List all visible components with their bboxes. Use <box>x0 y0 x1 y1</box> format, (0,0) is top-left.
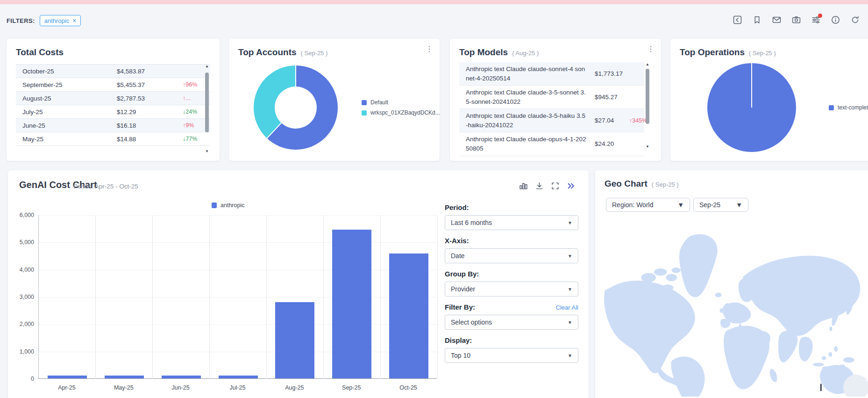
gridline <box>266 215 267 379</box>
chip-close-icon[interactable]: × <box>72 17 76 24</box>
bar-jul-25 <box>219 376 258 378</box>
gridline <box>39 270 437 270</box>
month-select[interactable]: Sep-25 ▼ <box>693 198 748 212</box>
scroll-thumb[interactable] <box>205 72 209 132</box>
card-period: ( Sep-25 ) <box>749 50 776 57</box>
table-row: June-25$16.18↑9% <box>16 119 210 132</box>
legend-swatch <box>829 105 834 110</box>
top-accent-bar <box>0 0 868 4</box>
top-models-scrollbar: ▲ ▼ <box>644 62 651 149</box>
value-cell: $4,583.87 <box>117 68 182 75</box>
header-toolbar <box>733 15 860 24</box>
card-period: ( Aug-25 ) <box>512 50 539 57</box>
gridline <box>39 242 437 243</box>
bar-chart-legend: anthropic <box>212 202 244 209</box>
month-select-value: Sep-25 <box>699 201 720 209</box>
legend-item: text-completion <box>829 104 868 111</box>
geo-chart-card: Geo Chart( Sep-25 ) Region: World ▼ Sep-… <box>595 170 868 398</box>
y-tick-label: 2,000 <box>8 321 34 327</box>
filter-chip-anthropic[interactable]: anthropic × <box>40 15 81 26</box>
refresh-icon[interactable] <box>851 15 860 24</box>
change-badge: ↓24% <box>183 109 197 115</box>
share-icon[interactable] <box>733 15 742 24</box>
table-row: October-25$4,583.87 <box>16 65 210 78</box>
legend-swatch <box>362 100 367 105</box>
value-cell: $945.27 <box>595 94 624 101</box>
period-select-value: Last 6 months <box>451 219 492 226</box>
card-period: ( Sep-25 ) <box>301 50 328 57</box>
chevron-down-icon: ▼ <box>568 220 572 225</box>
bar-chart-plot <box>38 215 437 379</box>
world-map[interactable] <box>603 223 868 397</box>
gridline <box>39 352 437 352</box>
total-costs-table: October-25$4,583.87September-25$5,455.37… <box>16 64 210 146</box>
bar-jun-25 <box>162 376 201 378</box>
clear-all-link[interactable]: Clear All <box>556 304 578 311</box>
gridline <box>39 215 437 216</box>
month-cell: September-25 <box>22 81 117 88</box>
group-by-select[interactable]: Provider ▼ <box>445 282 578 297</box>
notification-badge <box>818 14 822 18</box>
collapse-panel-icon[interactable] <box>567 181 576 190</box>
download-icon[interactable] <box>535 181 544 190</box>
model-name-cell: Anthropic text Claude claude-opus-4-1-20… <box>466 135 586 153</box>
camera-icon[interactable] <box>792 15 801 24</box>
gridline <box>380 215 381 379</box>
value-cell: $16.18 <box>117 122 182 129</box>
chart-controls-panel: Period: Last 6 months ▼ X-Axis: Date ▼ G… <box>445 203 578 369</box>
filter-by-select-value: Select options <box>451 318 492 326</box>
card-title: Total Costs <box>16 47 64 58</box>
total-costs-card: Total Costs October-25$4,583.87September… <box>7 39 220 161</box>
display-select[interactable]: Top 10 ▼ <box>445 348 578 363</box>
month-cell: June-25 <box>22 122 117 129</box>
gridline <box>39 324 437 325</box>
mail-icon[interactable] <box>772 15 781 24</box>
top-models-card: Top Models( Aug-25 ) ⋮ Anthropic text Cl… <box>450 39 661 161</box>
filter-chip-label: anthropic <box>44 17 69 24</box>
x-tick-label: Oct-25 <box>383 384 434 391</box>
card-title: Top Accounts( Sep-25 ) <box>238 47 327 58</box>
x-axis-label: X-Axis: <box>445 237 578 245</box>
gridline <box>95 215 96 379</box>
table-row: July-25$12.29↓24% <box>16 105 210 119</box>
kebab-menu-icon[interactable]: ⋮ <box>647 45 655 53</box>
fullscreen-icon[interactable] <box>551 181 560 190</box>
gridline <box>152 215 153 379</box>
change-badge: ↓77% <box>183 136 197 142</box>
legend-label: wrkspc_01XZBaqydDCKd... <box>370 109 440 116</box>
model-name-cell: Anthropic text Claude claude-3-5-sonnet … <box>466 88 586 106</box>
x-axis-select[interactable]: Date ▼ <box>445 248 578 263</box>
total-costs-scrollbar: ▲ ▼ <box>204 64 210 154</box>
scroll-up-arrow[interactable]: ▲ <box>204 64 210 69</box>
bookmark-icon[interactable] <box>753 15 761 24</box>
bar-aug-25 <box>275 302 314 378</box>
change-badge: ↑... <box>183 95 191 101</box>
kebab-menu-icon[interactable]: ⋮ <box>426 45 433 53</box>
sliders-icon[interactable] <box>811 15 820 24</box>
chart-toolbar <box>519 181 576 190</box>
legend-item: wrkspc_01XZBaqydDCKd... <box>362 109 440 116</box>
table-row: Anthropic text Claude claude-3-5-haiku 3… <box>459 109 644 132</box>
table-row: Anthropic text Claude claude-opus-4-1-20… <box>459 132 644 156</box>
scroll-thumb[interactable] <box>646 69 649 124</box>
column-chart-icon[interactable] <box>519 181 528 190</box>
card-title: Top Operations( Sep-25 ) <box>680 47 776 58</box>
region-select[interactable]: Region: World ▼ <box>606 198 690 212</box>
x-tick-label: Aug-25 <box>269 384 320 391</box>
filter-by-select[interactable]: Select options ▼ <box>445 315 578 330</box>
legend-label: Default <box>370 99 388 106</box>
card-title-text: Top Models <box>459 47 508 57</box>
card-title-text: Top Operations <box>680 47 745 57</box>
top-operations-legend: text-completion <box>829 104 868 111</box>
period-select[interactable]: Last 6 months ▼ <box>445 215 578 230</box>
model-name-cell: Anthropic text Claude claude-sonnet-4 so… <box>466 65 586 83</box>
scroll-down-arrow[interactable]: ▼ <box>204 149 210 154</box>
info-icon[interactable] <box>831 15 840 24</box>
month-cell: October-25 <box>22 68 117 75</box>
scroll-down-arrow[interactable]: ▼ <box>644 145 651 149</box>
genai-cost-chart-card: GenAI Cost Chart Period: Apr-25 - Oct-25… <box>8 170 589 398</box>
scroll-up-arrow[interactable]: ▲ <box>644 62 651 67</box>
x-tick-label: Apr-25 <box>41 384 92 391</box>
chevron-down-icon: ▼ <box>677 201 684 209</box>
gridline <box>39 297 437 297</box>
